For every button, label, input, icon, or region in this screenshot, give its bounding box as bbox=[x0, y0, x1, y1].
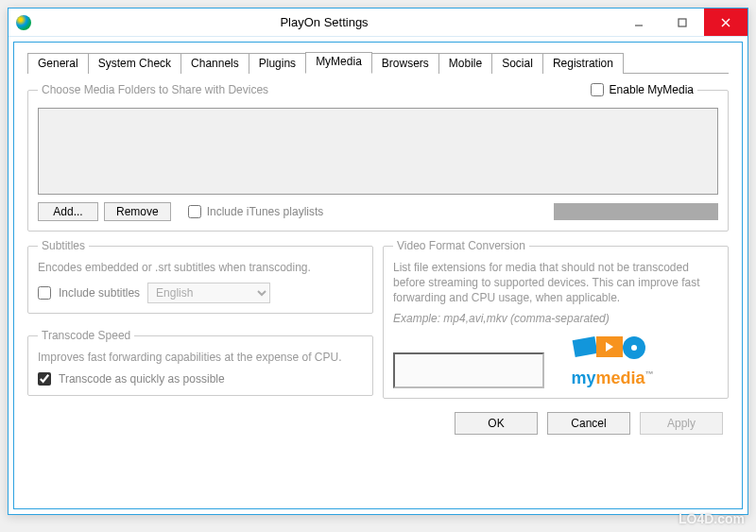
tab-registration[interactable]: Registration bbox=[542, 53, 624, 74]
mymedia-logo-icons bbox=[556, 331, 669, 369]
media-folders-legend: Choose Media Folders to Share with Devic… bbox=[38, 83, 697, 96]
settings-window: PlayOn Settings General System Check Cha… bbox=[8, 8, 748, 515]
enable-mymedia-label: Enable MyMedia bbox=[610, 83, 694, 96]
media-folders-group: Choose Media Folders to Share with Devic… bbox=[27, 83, 729, 232]
video-format-group: Video Format Conversion List file extens… bbox=[383, 239, 729, 399]
trademark-icon: ™ bbox=[645, 369, 654, 379]
subtitle-language-select[interactable]: English bbox=[147, 283, 270, 303]
window-controls bbox=[617, 9, 747, 36]
include-subtitles-label: Include subtitles bbox=[59, 286, 140, 300]
tab-general[interactable]: General bbox=[27, 53, 89, 74]
transcode-group: Transcode Speed Improves fast forwarding… bbox=[27, 329, 373, 396]
transcode-fast-label: Transcode as quickly as possible bbox=[59, 372, 225, 386]
maximize-button[interactable] bbox=[661, 9, 704, 36]
svg-point-8 bbox=[631, 345, 637, 351]
add-folder-button[interactable]: Add... bbox=[38, 202, 98, 221]
tabstrip: General System Check Channels Plugins My… bbox=[27, 52, 729, 74]
progress-bar bbox=[554, 203, 718, 220]
subtitles-desc: Encodes embedded or .srt subtitles when … bbox=[38, 260, 363, 275]
apply-button[interactable]: Apply bbox=[640, 412, 723, 435]
subtitles-group: Subtitles Encodes embedded or .srt subti… bbox=[27, 239, 373, 314]
tab-mobile[interactable]: Mobile bbox=[438, 53, 492, 74]
tab-system-check[interactable]: System Check bbox=[88, 53, 181, 74]
dialog-buttons: OK Cancel Apply bbox=[27, 408, 729, 437]
include-subtitles-checkbox[interactable] bbox=[38, 286, 51, 300]
tab-plugins[interactable]: Plugins bbox=[249, 53, 306, 74]
remove-folder-button[interactable]: Remove bbox=[104, 202, 171, 221]
transcode-legend: Transcode Speed bbox=[38, 329, 134, 342]
minimize-button[interactable] bbox=[617, 9, 661, 36]
include-itunes-label: Include iTunes playlists bbox=[207, 205, 324, 218]
svg-rect-1 bbox=[679, 19, 686, 26]
window-title: PlayOn Settings bbox=[31, 15, 617, 29]
include-itunes-checkbox[interactable] bbox=[188, 205, 201, 218]
titlebar: PlayOn Settings bbox=[9, 9, 747, 37]
extensions-input[interactable] bbox=[393, 352, 544, 388]
watermark: LO4D.com bbox=[679, 511, 745, 526]
tab-channels[interactable]: Channels bbox=[180, 53, 249, 74]
svg-rect-4 bbox=[573, 336, 598, 357]
mymedia-logo: mymedia™ bbox=[556, 331, 669, 388]
enable-mymedia-checkbox[interactable] bbox=[591, 83, 604, 96]
cancel-button[interactable]: Cancel bbox=[547, 412, 630, 435]
video-format-desc: List file extensions for media that shou… bbox=[393, 260, 718, 306]
tab-social[interactable]: Social bbox=[491, 53, 543, 74]
ok-button[interactable]: OK bbox=[455, 412, 538, 435]
mymedia-logo-text: mymedia™ bbox=[556, 369, 669, 388]
media-folders-listbox[interactable] bbox=[38, 108, 718, 195]
app-icon bbox=[16, 15, 31, 30]
video-format-example: Example: mp4,avi,mkv (comma-separated) bbox=[393, 312, 718, 325]
tab-browsers[interactable]: Browsers bbox=[371, 53, 439, 74]
transcode-fast-checkbox[interactable] bbox=[38, 372, 51, 386]
tab-mymedia[interactable]: MyMedia bbox=[305, 52, 372, 74]
transcode-desc: Improves fast forwarding capabilities at… bbox=[38, 350, 363, 365]
close-button[interactable] bbox=[704, 9, 747, 36]
media-folders-legend-text: Choose Media Folders to Share with Devic… bbox=[42, 83, 268, 96]
video-format-legend: Video Format Conversion bbox=[393, 239, 529, 252]
client-area: General System Check Channels Plugins My… bbox=[13, 42, 743, 509]
subtitles-legend: Subtitles bbox=[38, 239, 89, 252]
